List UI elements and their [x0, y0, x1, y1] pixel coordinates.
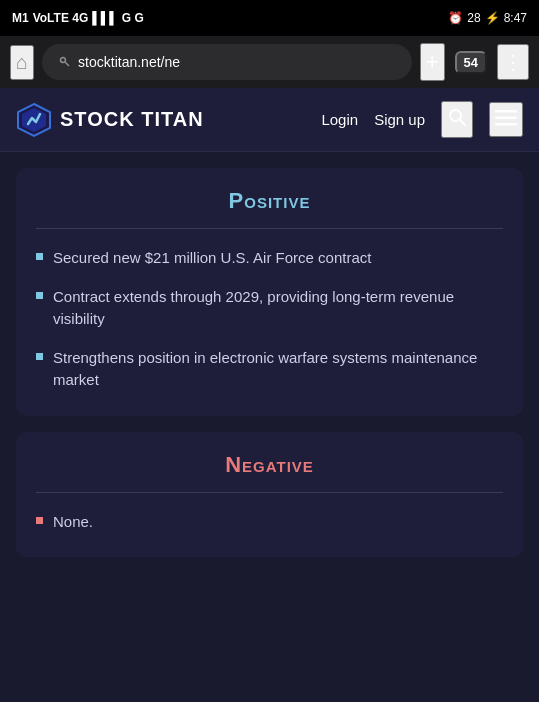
svg-rect-7 — [495, 117, 517, 120]
login-link[interactable]: Login — [321, 111, 358, 128]
signal-bars: G G — [122, 11, 144, 25]
list-item: Strengthens position in electronic warfa… — [36, 347, 503, 392]
signup-link[interactable]: Sign up — [374, 111, 425, 128]
search-icon — [447, 109, 467, 131]
svg-line-5 — [460, 120, 465, 125]
bullet-text: None. — [53, 511, 93, 534]
home-icon: ⌂ — [16, 51, 28, 73]
logo-icon — [16, 102, 52, 138]
positive-divider — [36, 228, 503, 229]
bullet-text: Secured new $21 million U.S. Air Force c… — [53, 247, 371, 270]
status-bar: M1 VoLTE 4G ▌▌▌ G G ⏰ 28 ⚡ 8:47 — [0, 0, 539, 36]
time-display: 8:47 — [504, 11, 527, 25]
svg-point-0 — [61, 57, 66, 62]
negative-title: Negative — [36, 452, 503, 478]
positive-section: Positive Secured new $21 million U.S. Ai… — [16, 168, 523, 416]
alarm-icon: ⏰ — [448, 11, 463, 25]
url-security-icon — [56, 53, 72, 72]
positive-title: Positive — [36, 188, 503, 214]
logo[interactable]: STOCK TITAN — [16, 102, 204, 138]
browser-menu-button[interactable]: ⋮ — [497, 44, 529, 80]
svg-rect-6 — [495, 110, 517, 113]
home-button[interactable]: ⌂ — [10, 45, 34, 80]
main-content: Positive Secured new $21 million U.S. Ai… — [0, 168, 539, 557]
list-item: Contract extends through 2029, providing… — [36, 286, 503, 331]
bullet-marker — [36, 353, 43, 360]
negative-section: Negative None. — [16, 432, 523, 558]
status-right: ⏰ 28 ⚡ 8:47 — [448, 11, 527, 25]
status-carrier: M1 VoLTE 4G ▌▌▌ G G — [12, 11, 144, 25]
negative-bullet-list: None. — [36, 511, 503, 534]
menu-button[interactable] — [489, 102, 523, 137]
list-item: Secured new $21 million U.S. Air Force c… — [36, 247, 503, 270]
carrier-text: M1 — [12, 11, 29, 25]
signal-icon: ▌▌▌ — [92, 11, 118, 25]
bullet-text: Contract extends through 2029, providing… — [53, 286, 503, 331]
bullet-marker — [36, 253, 43, 260]
nav-bar: STOCK TITAN Login Sign up — [0, 88, 539, 152]
svg-rect-8 — [495, 123, 517, 126]
browser-actions: + 54 ⋮ — [420, 43, 529, 81]
nav-links: Login Sign up — [321, 101, 523, 138]
bullet-text: Strengthens position in electronic warfa… — [53, 347, 503, 392]
browser-bar: ⌂ stocktitan.net/ne + 54 ⋮ — [0, 36, 539, 88]
url-text: stocktitan.net/ne — [78, 54, 398, 70]
bullet-marker — [36, 517, 43, 524]
list-item: None. — [36, 511, 503, 534]
site-title: STOCK TITAN — [60, 108, 204, 131]
svg-line-1 — [65, 62, 69, 66]
bullet-marker — [36, 292, 43, 299]
new-tab-button[interactable]: + — [420, 43, 445, 81]
negative-divider — [36, 492, 503, 493]
network-type: VoLTE 4G — [33, 11, 89, 25]
url-bar[interactable]: stocktitan.net/ne — [42, 44, 412, 80]
search-button[interactable] — [441, 101, 473, 138]
positive-bullet-list: Secured new $21 million U.S. Air Force c… — [36, 247, 503, 392]
hamburger-icon — [495, 108, 517, 130]
lightning-icon: ⚡ — [485, 11, 500, 25]
tabs-count-button[interactable]: 54 — [455, 51, 487, 74]
battery-level: 28 — [467, 11, 480, 25]
